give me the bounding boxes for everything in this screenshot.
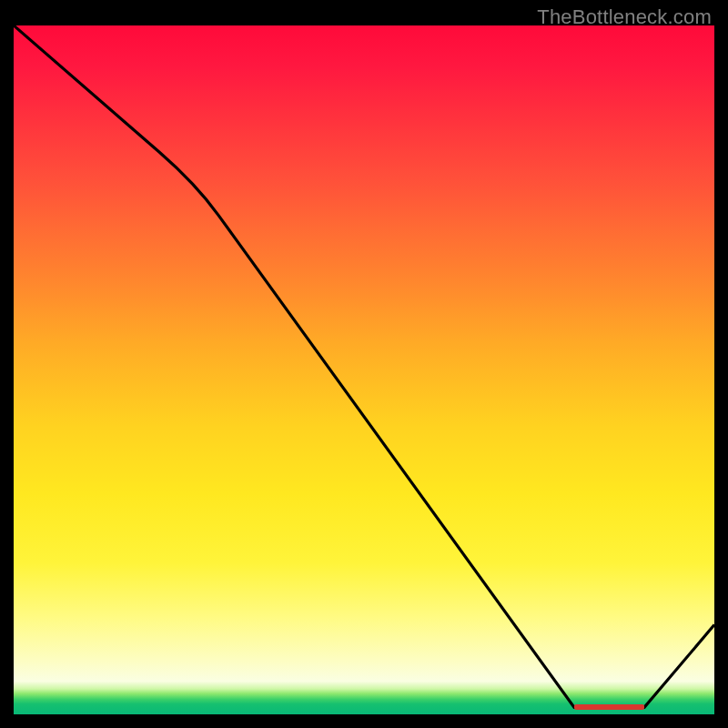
bottleneck-curve-path — [14, 25, 714, 707]
curve-svg — [14, 25, 714, 714]
chart-frame: TheBottleneck.com — [0, 0, 728, 728]
plot-area — [14, 25, 714, 714]
optimal-range-marker — [574, 704, 644, 710]
